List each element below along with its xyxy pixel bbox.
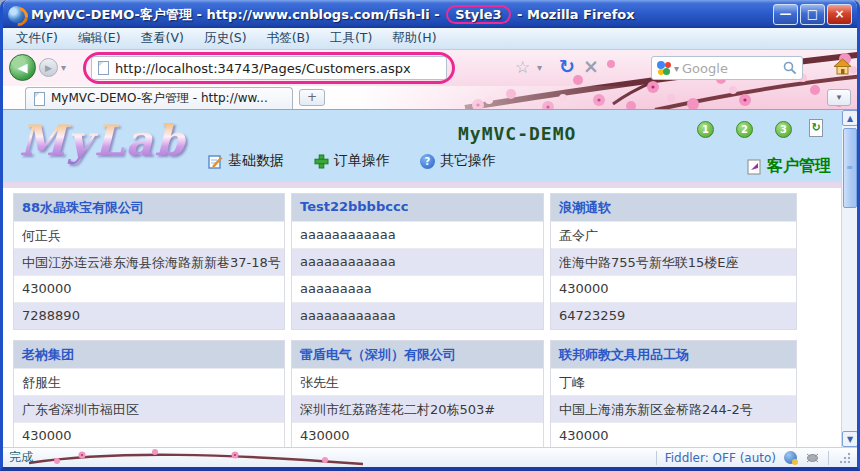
- browser-window: MyMVC-DEMO-客户管理 - http://www.cnblogs.com…: [0, 0, 860, 471]
- style3-annotation-ring: Style3: [446, 5, 510, 24]
- customers-link-label: 客户管理: [767, 156, 831, 177]
- menu-history[interactable]: 历史(S): [195, 28, 256, 49]
- menu-file[interactable]: 文件(F): [7, 28, 67, 49]
- customers-doc-icon: [747, 159, 762, 175]
- reload-icon[interactable]: ↻: [559, 55, 575, 77]
- postal-code: aaaaaaaaa: [292, 275, 543, 302]
- forward-button[interactable]: ▶: [39, 58, 58, 77]
- postal-code: 430000: [551, 275, 796, 302]
- search-engine-dropdown-icon[interactable]: ▾: [674, 63, 679, 74]
- customer-card: 浪潮通软 孟令广 淮海中路755号新华联15楼E座 430000 6472325…: [550, 193, 797, 330]
- url-bar[interactable]: [91, 56, 447, 80]
- customer-card: Test22bbbbccc aaaaaaaaaaaa aaaaaaaaaaaa …: [291, 193, 544, 330]
- fiddler-status[interactable]: Fiddler: OFF (auto): [665, 451, 776, 465]
- customer-name-link[interactable]: 雷盾电气（深圳）有限公司: [292, 341, 543, 368]
- window-title-suffix: - Mozilla Firefox: [517, 7, 635, 22]
- nav-other-ops-label: 其它操作: [440, 152, 496, 170]
- customer-name-link[interactable]: 联邦师教文具用品工场: [551, 341, 796, 368]
- browser-content: MyLab 基础数据: [3, 110, 857, 447]
- mylab-logo: MyLab: [19, 116, 186, 165]
- new-tab-button[interactable]: +: [299, 89, 325, 106]
- address: 淮海中路755号新华联15楼E座: [551, 248, 796, 275]
- question-icon: ?: [420, 154, 435, 169]
- customer-card: 联邦师教文具用品工场 丁峰 中国上海浦东新区金桥路244-2号 430000: [550, 340, 797, 447]
- customer-name-link[interactable]: Test22bbbbccc: [292, 194, 543, 221]
- nav-order-ops-label: 订单操作: [334, 152, 390, 170]
- customers-link[interactable]: 客户管理: [747, 156, 831, 177]
- navigation-toolbar: ◀ ▶ ▾ ☆ ▾ ↻ × ▾: [3, 50, 857, 86]
- contact-name: 丁峰: [551, 368, 796, 395]
- postal-code: 430000: [551, 422, 796, 447]
- contact-name: 张先生: [292, 368, 543, 395]
- status-bar: 完成 Fiddler: OFF (auto): [3, 447, 857, 467]
- address: 深圳市红荔路莲花二村20栋503#: [292, 395, 543, 422]
- address: 广东省深圳市福田区: [14, 395, 284, 422]
- status-separator: [828, 451, 829, 465]
- refresh-page-icon[interactable]: ↻: [809, 119, 823, 137]
- search-box[interactable]: ▾: [651, 56, 803, 80]
- address: 中国江苏连云港东海县徐海路新新巷37-18号: [14, 248, 284, 275]
- tab-customers[interactable]: MyMVC-DEMO-客户管理 - http://ww...: [25, 87, 293, 109]
- bookmark-dropdown-icon[interactable]: ▾: [537, 62, 542, 73]
- site-header: MyLab 基础数据: [3, 110, 841, 188]
- status-text: 完成: [9, 449, 33, 466]
- phone: 7288890: [14, 302, 284, 329]
- back-button[interactable]: ◀: [9, 54, 36, 81]
- stop-icon[interactable]: ×: [583, 55, 599, 77]
- window-title: MyMVC-DEMO-客户管理 - http://www.cnblogs.com…: [31, 5, 767, 24]
- phone: aaaaaaaaaaaa: [292, 302, 543, 329]
- scroll-up-icon[interactable]: ▲: [842, 110, 858, 126]
- title-bar: MyMVC-DEMO-客户管理 - http://www.cnblogs.com…: [3, 0, 857, 28]
- menu-bar: 文件(F) 编辑(E) 查看(V) 历史(S) 书签(B) 工具(T) 帮助(H…: [3, 28, 857, 50]
- customer-name-link[interactable]: 老衲集团: [14, 341, 284, 368]
- postal-code: 430000: [14, 422, 284, 447]
- nav-basic-data[interactable]: 基础数据: [208, 152, 284, 170]
- contact-name: 舒服生: [14, 368, 284, 395]
- browser-chrome: ◀ ▶ ▾ ☆ ▾ ↻ × ▾: [3, 50, 857, 110]
- customer-name-link[interactable]: 浪潮通软: [551, 194, 796, 221]
- postal-code: 430000: [292, 422, 543, 447]
- tab-label: MyMVC-DEMO-客户管理 - http://ww...: [51, 90, 268, 107]
- badge-1[interactable]: 1: [697, 121, 714, 138]
- list-all-tabs-button[interactable]: ▾: [827, 89, 851, 106]
- maximize-button[interactable]: □: [800, 4, 825, 25]
- search-input[interactable]: [682, 61, 780, 76]
- scroll-down-icon[interactable]: ▼: [842, 431, 858, 447]
- status-blossom-decoration: [27, 448, 367, 468]
- badge-2[interactable]: 2: [736, 121, 753, 138]
- search-magnifier-icon[interactable]: [783, 61, 797, 75]
- nav-order-ops[interactable]: 订单操作: [314, 152, 390, 170]
- page-icon: [98, 61, 109, 75]
- scrollbar-thumb[interactable]: ≡: [843, 128, 857, 208]
- history-dropdown-icon[interactable]: ▾: [61, 62, 66, 73]
- menu-tools[interactable]: 工具(T): [321, 28, 381, 49]
- status-separator: [656, 451, 657, 465]
- site-nav: 基础数据 订单操作 ? 其它操作: [208, 152, 496, 170]
- menu-view[interactable]: 查看(V): [132, 28, 193, 49]
- contact-name: aaaaaaaaaaaa: [292, 221, 543, 248]
- customer-card-grid: 88水晶珠宝有限公司 何正兵 中国江苏连云港东海县徐海路新新巷37-18号 43…: [3, 188, 841, 447]
- fiddler-bug-icon[interactable]: [805, 452, 820, 464]
- resize-grip[interactable]: [839, 452, 851, 464]
- badge-3[interactable]: 3: [775, 121, 792, 138]
- tab-page-icon: [34, 92, 45, 106]
- menu-edit[interactable]: 编辑(E): [69, 28, 130, 49]
- edit-doc-icon: [208, 154, 223, 169]
- web-page: MyLab 基础数据: [3, 110, 841, 447]
- minimize-button[interactable]: —: [773, 4, 798, 25]
- customer-name-link[interactable]: 88水晶珠宝有限公司: [14, 194, 284, 221]
- menu-bookmarks[interactable]: 书签(B): [258, 28, 319, 49]
- window-title-prefix: MyMVC-DEMO-客户管理 - http://www.cnblogs.com…: [31, 7, 440, 22]
- home-icon[interactable]: [833, 58, 852, 75]
- vertical-scrollbar[interactable]: ▲ ≡ ▼: [841, 110, 857, 447]
- close-button[interactable]: ×: [827, 4, 852, 25]
- nav-other-ops[interactable]: ? 其它操作: [420, 152, 496, 170]
- app-name: MyMVC-DEMO: [458, 123, 576, 144]
- url-input[interactable]: [115, 61, 440, 76]
- addon-globe-icon[interactable]: [784, 451, 797, 464]
- firefox-icon: [8, 6, 25, 23]
- menu-help[interactable]: 帮助(H): [383, 28, 445, 49]
- customer-card: 88水晶珠宝有限公司 何正兵 中国江苏连云港东海县徐海路新新巷37-18号 43…: [13, 193, 285, 330]
- bookmark-star-icon[interactable]: ☆: [515, 57, 530, 77]
- address: aaaaaaaaaaaa: [292, 248, 543, 275]
